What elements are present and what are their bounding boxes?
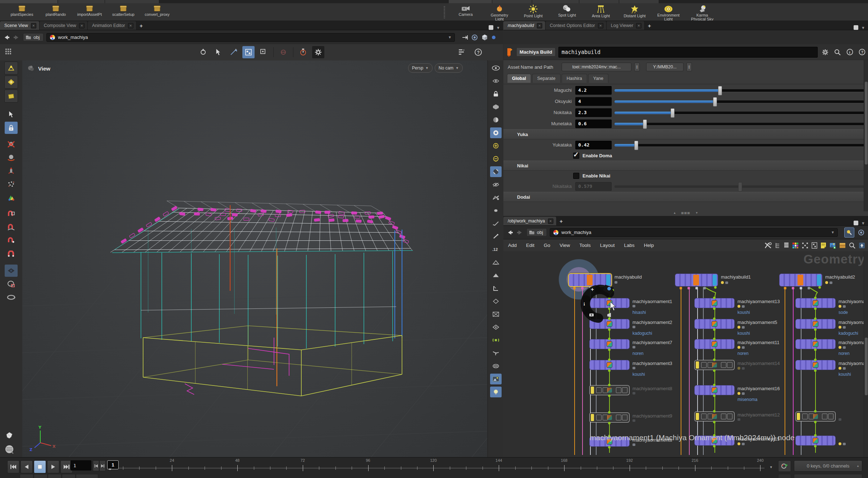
output-port[interactable]	[713, 394, 716, 397]
display-option-icon-8[interactable]	[490, 166, 502, 177]
playbar-ghost-button[interactable]	[34, 474, 47, 478]
node-body[interactable]	[695, 319, 734, 329]
output-port[interactable]	[687, 287, 690, 289]
node-machiyaornament16[interactable]: machiyaornament16misenoma	[695, 385, 734, 395]
shelf-tool-camera[interactable]: Camera	[449, 4, 483, 21]
rotate-ring-icon[interactable]	[5, 291, 18, 303]
node-machiyaornament20[interactable]: machiyaornament20noren	[796, 339, 835, 349]
forward-arrow-icon[interactable]	[13, 35, 19, 40]
pane-menu-chevron-icon[interactable]: ▼	[496, 26, 500, 30]
node-body[interactable]	[590, 413, 629, 422]
shelf-tool-point-light[interactable]: Point Light	[516, 4, 550, 21]
network-canvas[interactable]: Geometry machiyabuildmachiyabuild1machiy…	[503, 251, 868, 457]
handles-tool-icon[interactable]	[242, 46, 255, 58]
node-machiyaornament7[interactable]: machiyaornament7noren	[590, 339, 629, 349]
output-port[interactable]	[695, 287, 698, 289]
scene-viewport[interactable]: YXZ View Persp▼ No cam▼	[22, 60, 487, 457]
close-icon[interactable]: ×	[636, 23, 641, 28]
output-port[interactable]	[814, 369, 817, 372]
lock-icon[interactable]	[5, 122, 18, 134]
input-port[interactable]	[713, 358, 716, 361]
shelf-tool-environment-light[interactable]: Environment Light	[652, 4, 685, 21]
param-folder-tab-global[interactable]: Global	[507, 74, 531, 83]
playbar-ghost-button[interactable]	[62, 474, 76, 478]
menu-tools[interactable]: Tools	[575, 243, 595, 248]
shelf-tool-importAssetPt[interactable]: importAssetPt	[73, 4, 106, 17]
input-port[interactable]	[814, 434, 817, 437]
background-image-icon[interactable]	[830, 242, 836, 249]
playbar-ghost-button[interactable]	[794, 474, 862, 478]
input-port[interactable]	[608, 338, 611, 340]
node-body[interactable]	[796, 360, 835, 370]
param-value-field[interactable]: 2.3	[575, 108, 612, 117]
param-slider[interactable]	[615, 97, 864, 106]
bypass-flag[interactable]	[797, 413, 800, 420]
menu-layout[interactable]: Layout	[595, 243, 620, 248]
network-tab[interactable]: /obj/work_machiya ×	[503, 217, 557, 225]
node-machiyaornament9[interactable]: machiyaornament9	[590, 413, 629, 422]
display-option-icon-13[interactable]	[490, 231, 502, 242]
shelf-set-tab[interactable]	[492, 0, 532, 3]
breadcrumb-obj[interactable]: obj	[526, 228, 547, 236]
step-back-button[interactable]	[93, 460, 99, 471]
output-port[interactable]	[800, 287, 802, 289]
display-option-icon-21[interactable]	[490, 335, 502, 346]
pin-icon[interactable]	[462, 35, 468, 40]
asset-path-select[interactable]: Y:/MMB20...	[646, 63, 684, 71]
stop-button[interactable]	[34, 460, 46, 473]
output-port-green[interactable]	[714, 286, 717, 289]
pane-maximize-icon[interactable]	[854, 221, 858, 225]
node-machiyabuild2[interactable]: machiyabuild2	[780, 274, 822, 286]
enter-node-icon[interactable]	[859, 242, 865, 249]
display-option-icon-12[interactable]	[490, 218, 502, 229]
input-port[interactable]	[713, 317, 716, 320]
menu-help[interactable]: Help	[639, 243, 659, 248]
layout-grid-icon[interactable]	[3, 46, 15, 58]
input-port[interactable]	[814, 338, 817, 340]
output-port[interactable]	[608, 394, 611, 397]
shelf-tool-area-light[interactable]: Area Light	[584, 4, 618, 21]
forward-arrow-icon[interactable]	[517, 230, 522, 235]
playbar-options-chevron-icon[interactable]: ▼	[769, 465, 773, 469]
snap-grid-magnet-icon[interactable]	[5, 248, 18, 260]
shelf-tool-spot-light[interactable]: Spot Light	[550, 4, 584, 21]
viewport-help-icon[interactable]: ?	[472, 46, 484, 58]
tab-composite-view[interactable]: Composite View×	[40, 21, 88, 30]
playhead-marker[interactable]: 1	[107, 460, 119, 469]
input-port[interactable]	[608, 358, 611, 361]
shelf-set-tab[interactable]	[0, 0, 58, 3]
tree-view-icon[interactable]	[775, 242, 781, 249]
parameter-scrollbar[interactable]	[864, 60, 868, 211]
camera-menu-button[interactable]: No cam▼	[435, 63, 463, 73]
flipbook-icon[interactable]	[297, 46, 309, 58]
add-tab-button[interactable]: +	[557, 217, 566, 225]
input-port[interactable]	[713, 297, 716, 299]
output-port[interactable]	[680, 287, 682, 289]
checkbox-enable-nikai[interactable]	[573, 173, 579, 179]
input-port[interactable]	[713, 384, 716, 386]
add-tab-button[interactable]: +	[137, 21, 146, 30]
node-body[interactable]	[796, 319, 835, 329]
snapshot-blob-icon[interactable]	[3, 429, 16, 442]
close-icon[interactable]: ×	[31, 23, 36, 28]
shelf-set-tab[interactable]	[532, 0, 579, 3]
color-palette-icon[interactable]	[792, 242, 799, 249]
shelf-tool-scatterSetup[interactable]: scatterSetup	[106, 4, 140, 17]
sphere-icon[interactable]	[492, 35, 496, 40]
param-value-field[interactable]: 4.2	[575, 86, 612, 95]
param-slider[interactable]	[615, 141, 864, 149]
display-option-icon-0[interactable]	[490, 63, 502, 73]
node-unlabeled-22[interactable]	[796, 436, 835, 445]
shelf-set-tab[interactable]	[619, 0, 659, 3]
asset-definition-select[interactable]: toei::mmb2024mv::mac...	[562, 63, 631, 71]
close-icon[interactable]: ×	[537, 23, 542, 28]
display-option-icon-11[interactable]	[490, 205, 502, 216]
pane-menu-chevron-icon[interactable]: ▼	[861, 26, 865, 30]
tab-context-options-editor[interactable]: Context Options Editor×	[545, 21, 607, 30]
node-body[interactable]	[590, 360, 629, 370]
output-port[interactable]	[713, 369, 716, 372]
node-unlabeled-21[interactable]	[796, 412, 835, 421]
node-machiyaornament8[interactable]: machiyaornament8	[590, 385, 629, 395]
input-port[interactable]	[814, 297, 817, 299]
snap-curve-icon[interactable]	[5, 221, 18, 234]
